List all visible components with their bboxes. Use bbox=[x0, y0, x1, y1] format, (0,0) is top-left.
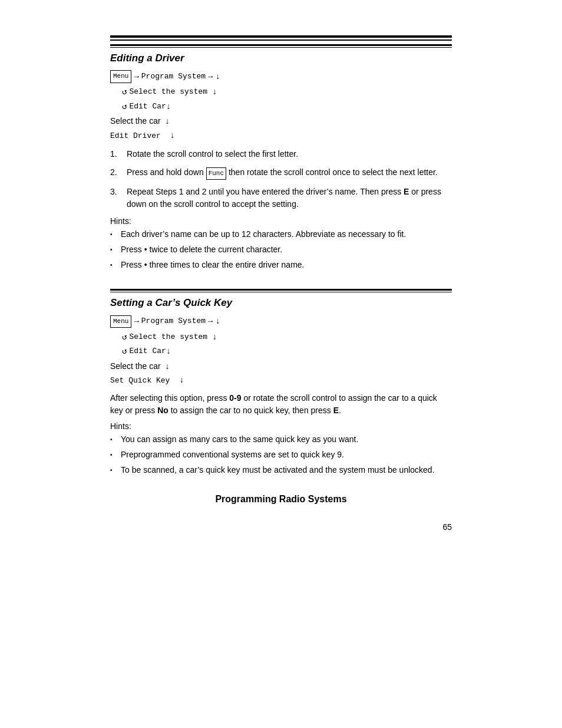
hint-2-text-2: Preprogrammed conventional systems are s… bbox=[121, 449, 452, 461]
program-system-1: Program System bbox=[141, 71, 206, 83]
edit-driver-line: Edit Driver ↓ bbox=[110, 129, 452, 143]
select-car-text: Select the car bbox=[110, 116, 161, 126]
hint-2-item-2: • Preprogrammed conventional systems are… bbox=[110, 449, 452, 461]
arrow-down-3: ↓ bbox=[166, 100, 171, 113]
arrow-right-1: → bbox=[134, 70, 138, 83]
step-2-before: Press and hold down bbox=[127, 167, 206, 177]
menu-key: Menu bbox=[110, 70, 131, 83]
arrow-right-4: → bbox=[208, 315, 213, 328]
hint-2-text-3: To be scanned, a car’s quick key must be… bbox=[121, 464, 452, 476]
page-number: 65 bbox=[110, 522, 452, 532]
program-system-2: Program System bbox=[141, 315, 206, 328]
arrow-down-7: ↓ bbox=[212, 331, 217, 344]
rotate-icon-2: ↺ bbox=[122, 100, 127, 113]
desc-mid2: to assign the car to no quick key, then … bbox=[168, 406, 333, 415]
desc-bold-09: 0-9 bbox=[229, 393, 241, 403]
hints-label-2: Hints: bbox=[110, 421, 452, 431]
step-3-content: Repeat Steps 1 and 2 until you have ente… bbox=[127, 186, 452, 210]
select-system-text-1: Select the system bbox=[129, 86, 207, 98]
hint-1-item-2: • Press • twice to delete the current ch… bbox=[110, 243, 452, 256]
rotate-icon-1: ↺ bbox=[122, 85, 127, 98]
step-2-content: Press and hold down Func then rotate the… bbox=[127, 166, 452, 180]
quick-key-title: Setting a Car’s Quick Key bbox=[110, 297, 452, 309]
editing-driver-title: Editing a Driver bbox=[110, 52, 452, 64]
step-1-num: 1. bbox=[110, 148, 127, 160]
bullet-3: • bbox=[110, 261, 121, 269]
step-2: 2. Press and hold down Func then rotate … bbox=[110, 166, 452, 180]
arrow-down-4: ↓ bbox=[165, 116, 169, 126]
edit-car-line-1: ↺ Edit Car ↓ bbox=[122, 100, 452, 113]
content-area: Editing a Driver Menu → Program System →… bbox=[110, 35, 452, 532]
edit-car-line-2: ↺ Edit Car ↓ bbox=[122, 345, 452, 358]
editing-driver-menu-path: Menu → Program System → ↓ bbox=[110, 70, 452, 83]
arrow-down-5: ↓ bbox=[170, 131, 174, 140]
quick-key-description: After selecting this option, press 0-9 o… bbox=[110, 392, 452, 417]
editing-driver-rule bbox=[110, 44, 452, 48]
hints-list-2: • You can assign as many cars to the sam… bbox=[110, 433, 452, 476]
bottom-section-title: Programming Radio Systems bbox=[110, 494, 452, 505]
select-system-text-2: Select the system bbox=[129, 331, 207, 344]
arrow-right-3: → bbox=[134, 315, 138, 328]
step-1: 1. Rotate the scroll control to select t… bbox=[110, 148, 452, 160]
desc-end: . bbox=[339, 406, 341, 415]
edit-car-code-2: Edit Car bbox=[129, 345, 166, 358]
edit-driver-code: Edit Driver bbox=[110, 131, 161, 140]
step-2-num: 2. bbox=[110, 166, 127, 180]
rotate-icon-4: ↺ bbox=[122, 345, 127, 358]
hint-2-item-3: • To be scanned, a car’s quick key must … bbox=[110, 464, 452, 476]
arrow-down-10: ↓ bbox=[179, 375, 184, 385]
bullet-4: • bbox=[110, 435, 121, 444]
arrow-down-8: ↓ bbox=[166, 345, 171, 358]
set-quick-key-line: Set Quick Key ↓ bbox=[110, 374, 452, 387]
hint-1-text-3: Press • three times to clear the entire … bbox=[121, 259, 452, 271]
desc-before: After selecting this option, press bbox=[110, 393, 229, 403]
step-3: 3. Repeat Steps 1 and 2 until you have e… bbox=[110, 186, 452, 210]
top-double-rule bbox=[110, 35, 452, 41]
rotate-icon-3: ↺ bbox=[122, 331, 127, 344]
hint-1-item-1: • Each driver’s name can be up to 12 cha… bbox=[110, 228, 452, 241]
hint-2-text-1: You can assign as many cars to the same … bbox=[121, 433, 452, 446]
step-3-num: 3. bbox=[110, 186, 127, 210]
hint-1-item-3: • Press • three times to clear the entir… bbox=[110, 259, 452, 271]
select-system-line-1: ↺ Select the system ↓ bbox=[122, 85, 452, 98]
select-car-line-2: Select the car ↓ bbox=[110, 360, 452, 373]
steps-list: 1. Rotate the scroll control to select t… bbox=[110, 148, 452, 210]
step-2-after: then rotate the scroll control once to s… bbox=[226, 167, 438, 177]
section-spacer bbox=[110, 277, 452, 289]
bullet-2: • bbox=[110, 245, 121, 254]
step-3-before: Repeat Steps 1 and 2 until you have ente… bbox=[127, 187, 404, 196]
desc-bold-e: E bbox=[333, 406, 339, 415]
func-key: Func bbox=[206, 167, 226, 180]
arrow-down-1: ↓ bbox=[215, 70, 220, 83]
select-car-text-2: Select the car bbox=[110, 361, 161, 371]
hint-1-text-2: Press • twice to delete the current char… bbox=[121, 243, 452, 256]
arrow-right-2: → bbox=[208, 70, 213, 83]
bullet-5: • bbox=[110, 450, 121, 459]
select-system-line-2: ↺ Select the system ↓ bbox=[122, 331, 452, 344]
page-container: Editing a Driver Menu → Program System →… bbox=[0, 0, 562, 728]
hints-label-1: Hints: bbox=[110, 216, 452, 226]
desc-bold-no: No bbox=[157, 406, 168, 415]
edit-car-code-1: Edit Car bbox=[129, 101, 166, 113]
arrow-down-9: ↓ bbox=[165, 361, 169, 371]
quick-key-rule bbox=[110, 289, 452, 293]
hint-1-text-1: Each driver’s name can be up to 12 chara… bbox=[121, 228, 452, 241]
menu-key-2: Menu bbox=[110, 315, 131, 328]
select-car-line: Select the car ↓ bbox=[110, 114, 452, 127]
hint-2-item-1: • You can assign as many cars to the sam… bbox=[110, 433, 452, 446]
arrow-down-6: ↓ bbox=[215, 315, 220, 328]
step-1-content: Rotate the scroll control to select the … bbox=[127, 148, 452, 160]
bullet-1: • bbox=[110, 230, 121, 239]
set-quick-key-code: Set Quick Key bbox=[110, 376, 170, 385]
hints-list-1: • Each driver’s name can be up to 12 cha… bbox=[110, 228, 452, 271]
bullet-6: • bbox=[110, 466, 121, 475]
quick-key-menu-path: Menu → Program System → ↓ bbox=[110, 315, 452, 328]
arrow-down-2: ↓ bbox=[212, 85, 217, 98]
